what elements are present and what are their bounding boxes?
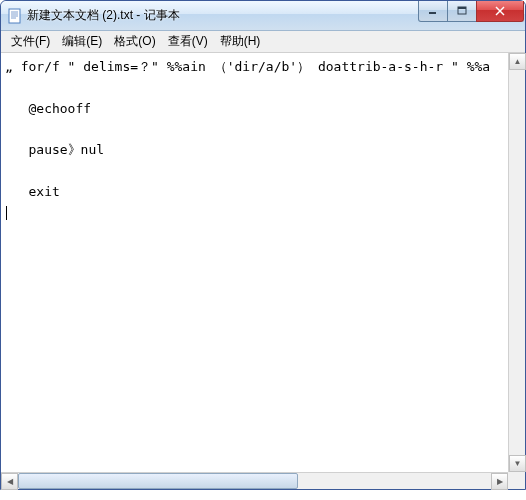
menu-edit[interactable]: 编辑(E) [56, 31, 108, 52]
scroll-right-button[interactable]: ▶ [491, 473, 508, 490]
titlebar[interactable]: 新建文本文档 (2).txt - 记事本 [1, 1, 525, 31]
scrollbar-corner [508, 472, 525, 489]
text-caret [6, 206, 7, 220]
text-line: exit [5, 184, 60, 199]
notepad-icon [7, 8, 23, 24]
text-line: @echooff [5, 101, 91, 116]
menu-format[interactable]: 格式(O) [108, 31, 161, 52]
maximize-button[interactable] [447, 1, 477, 22]
menubar: 文件(F) 编辑(E) 格式(O) 查看(V) 帮助(H) [1, 31, 525, 53]
text-line: pause》nul [5, 142, 104, 157]
horizontal-scrollbar[interactable]: ◀ ▶ [1, 472, 508, 489]
scroll-track-v[interactable] [509, 70, 525, 455]
window-buttons [419, 1, 525, 22]
menu-help[interactable]: 帮助(H) [214, 31, 267, 52]
scroll-thumb-h[interactable] [18, 473, 298, 489]
scroll-left-button[interactable]: ◀ [1, 473, 18, 490]
menu-file[interactable]: 文件(F) [5, 31, 56, 52]
scroll-down-button[interactable]: ▼ [509, 455, 526, 472]
close-button[interactable] [476, 1, 524, 22]
text-line: „ for/f " delims=？" %%ain （'dir/a/b'） do… [5, 59, 490, 74]
menu-view[interactable]: 查看(V) [162, 31, 214, 52]
notepad-window: 新建文本文档 (2).txt - 记事本 文件(F) 编辑(E) 格式(O) 查… [0, 0, 526, 490]
vertical-scrollbar[interactable]: ▲ ▼ [508, 53, 525, 472]
text-content[interactable]: „ for/f " delims=？" %%ain （'dir/a/b'） do… [1, 53, 525, 489]
window-title: 新建文本文档 (2).txt - 记事本 [27, 7, 419, 24]
scroll-up-button[interactable]: ▲ [509, 53, 526, 70]
editor-area: „ for/f " delims=？" %%ain （'dir/a/b'） do… [1, 53, 525, 489]
minimize-button[interactable] [418, 1, 448, 22]
